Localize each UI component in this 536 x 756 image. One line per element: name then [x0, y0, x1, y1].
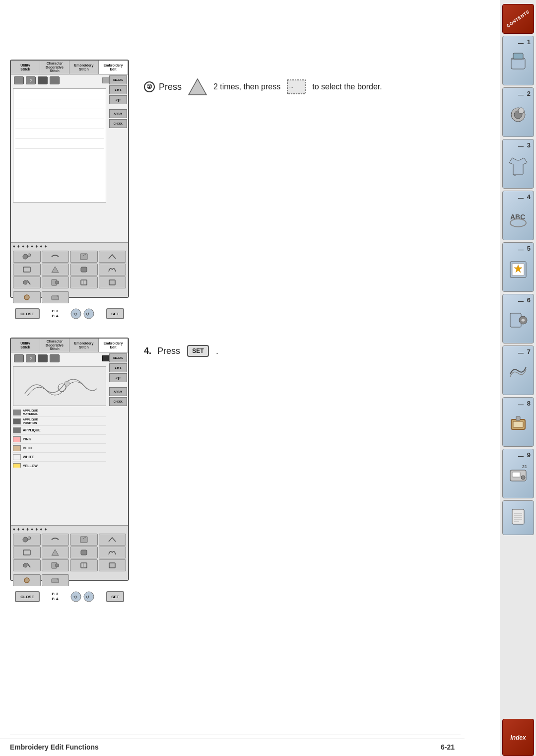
tool2-14[interactable]	[42, 574, 69, 586]
tab-edit-2[interactable]: EmbroideryEdit	[99, 339, 128, 352]
sidebar-num-6: 6	[527, 296, 531, 304]
panel-icon-q-2[interactable]: ?	[26, 354, 36, 362]
tool2-3[interactable]	[70, 534, 98, 546]
svg-point-54	[23, 537, 28, 542]
pattern-area-2	[13, 366, 106, 406]
tool2-icon-13	[22, 576, 31, 584]
array-btn-2[interactable]: ARRAY	[109, 387, 127, 396]
sidebar-item-9[interactable]: 9 — 21	[502, 449, 534, 498]
tool2-icon-11	[79, 561, 88, 569]
color-swatch-am	[13, 410, 21, 415]
close-button-2[interactable]: CLOSE	[15, 591, 40, 602]
tool2-8[interactable]	[99, 547, 127, 558]
tab-embroidery-2[interactable]: EmbroideryStitch	[69, 339, 99, 352]
sidebar-item-notes[interactable]	[502, 500, 534, 535]
sidebar-item-5[interactable]: 5 —	[502, 242, 534, 292]
tab-utility-2[interactable]: UtilityStitch	[11, 339, 40, 352]
sidebar-dash-4: —	[518, 195, 524, 201]
tool2-7[interactable]	[70, 547, 98, 558]
tool-12[interactable]	[99, 276, 127, 288]
set-inline-button: SET	[187, 345, 209, 357]
color-item-applique[interactable]: APPLIQUE	[13, 426, 106, 435]
tool-3[interactable]	[70, 251, 98, 263]
check-btn-1[interactable]: CHECK	[109, 119, 127, 128]
delete-btn-1[interactable]: DELETE	[109, 75, 127, 84]
close-button-1[interactable]: CLOSE	[15, 308, 40, 319]
sidebar-item-4[interactable]: 4 — ABC	[502, 191, 534, 240]
panel-icon-needle-2[interactable]	[38, 354, 48, 362]
tool-11[interactable]	[70, 276, 98, 288]
panel-icon-home[interactable]	[14, 76, 24, 84]
tool2-5[interactable]	[13, 547, 41, 558]
tool-6[interactable]	[42, 264, 69, 275]
tool2-13[interactable]	[13, 574, 41, 586]
svg-point-5	[518, 108, 524, 114]
panel-icon-needle[interactable]	[38, 76, 48, 84]
set-button-2[interactable]: SET	[106, 591, 124, 602]
zoom-btn-2[interactable]: Z|↕	[109, 373, 127, 382]
nav-icon-3[interactable]: ⟲	[70, 591, 81, 602]
sidebar-item-1[interactable]: 1 —	[502, 36, 534, 85]
tab-edit-1[interactable]: EmbroideryEdit	[99, 61, 128, 74]
tool-14[interactable]	[42, 291, 69, 303]
tool2-12[interactable]	[99, 559, 127, 571]
sidebar-item-7[interactable]: 7 —	[502, 345, 534, 395]
tab-embroidery-1[interactable]: EmbroideryStitch	[69, 61, 99, 74]
tool2-icon-12	[108, 561, 117, 569]
tool-9[interactable]	[13, 276, 41, 288]
nav-icon-2[interactable]: ↺	[83, 308, 94, 319]
sidebar-item-6[interactable]: 6 —	[502, 294, 534, 344]
sidebar-item-3[interactable]: 3 —	[502, 139, 534, 189]
step4-press: Press	[157, 346, 180, 356]
small-icon-1[interactable]	[102, 77, 109, 83]
tool-5[interactable]	[13, 264, 41, 275]
panel-icon-book[interactable]	[50, 76, 60, 84]
tool-7[interactable]	[70, 264, 98, 275]
color-item-beige[interactable]: BEIGE	[13, 444, 106, 453]
color-item-pink[interactable]: PINK	[13, 435, 106, 444]
nav-icon-4[interactable]: ↺	[83, 591, 94, 602]
side-btns-1: DELETE L M S Z|↕ ARRAY CHECK	[109, 75, 127, 128]
array-btn-1[interactable]: ARRAY	[109, 109, 127, 118]
index-button[interactable]: Index	[502, 719, 534, 756]
tool2-1[interactable]	[13, 534, 41, 546]
tool-4[interactable]	[99, 251, 127, 263]
sidebar-item-2[interactable]: 2 —	[502, 87, 534, 137]
color-item-yellow[interactable]: YELLOW	[13, 462, 106, 468]
tool2-2[interactable]	[42, 534, 69, 546]
contents-button[interactable]: CONTENTS	[502, 4, 534, 34]
tool-icon-10	[51, 278, 60, 286]
tool2-11[interactable]	[70, 559, 98, 571]
delete-btn-2[interactable]: DELETE	[109, 353, 127, 362]
tool-2[interactable]	[42, 251, 69, 263]
set-button-1[interactable]: SET	[106, 308, 124, 319]
tool-8[interactable]	[99, 264, 127, 275]
sidebar-num-2: 2	[527, 90, 531, 97]
tab-utility-1[interactable]: UtilityStitch	[11, 61, 40, 74]
panel-icon-book-2[interactable]	[50, 354, 60, 362]
small-icon-2a[interactable]	[102, 355, 109, 361]
svg-point-61	[23, 563, 27, 567]
color-item-white[interactable]: WHITE	[13, 453, 106, 462]
color-item-applique-position[interactable]: APPLIQUEPOSITION	[13, 417, 106, 426]
tool2-9[interactable]	[13, 559, 41, 571]
tool-10[interactable]	[42, 276, 69, 288]
tool2-6[interactable]	[42, 547, 69, 558]
tool2-10[interactable]	[42, 559, 69, 571]
tool-grid-1	[11, 250, 128, 289]
panel-icon-home-2[interactable]	[14, 354, 24, 362]
tool-1[interactable]	[13, 251, 41, 263]
nav-icon-1[interactable]: ⟲	[70, 308, 81, 319]
tab-character-2[interactable]: CharacterDecorativeStitch	[40, 339, 69, 352]
lms-btn-2[interactable]: L M S	[109, 363, 127, 372]
sidebar-item-8[interactable]: 8 —	[502, 397, 534, 447]
tool2-4[interactable]	[99, 534, 127, 546]
color-item-applique-material[interactable]: APPLIQUEMATERIAL	[13, 408, 106, 417]
tool-13[interactable]	[13, 291, 41, 303]
sidebar-num-7: 7	[527, 348, 531, 355]
lms-btn-1[interactable]: L M S	[109, 85, 127, 94]
tab-character-1[interactable]: CharacterDecorativeStitch	[40, 61, 69, 74]
check-btn-2[interactable]: CHECK	[109, 397, 127, 406]
panel-icon-q[interactable]: ?	[26, 76, 36, 84]
zoom-btn-1[interactable]: Z|↕	[109, 95, 127, 104]
